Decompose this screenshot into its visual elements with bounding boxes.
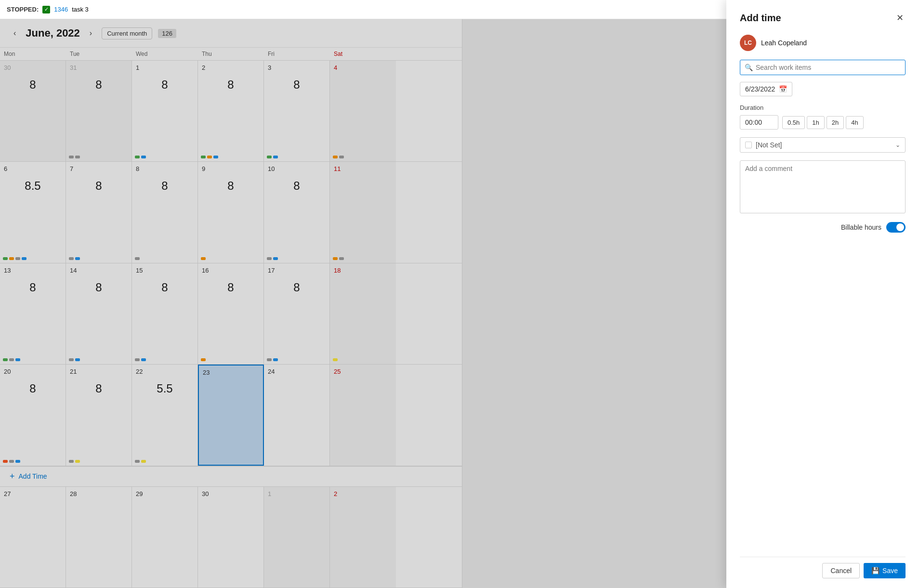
modal-panel: Add time ✕ LC Leah Copeland 🔍 6/23/2022 …	[726, 0, 919, 588]
quick-btn-0-5h[interactable]: 0.5h	[782, 116, 805, 129]
search-wrapper: 🔍	[740, 60, 906, 75]
status-label: STOPPED:	[7, 6, 39, 13]
not-set-checkbox	[745, 142, 752, 148]
user-row: LC Leah Copeland	[740, 35, 906, 51]
date-value: 6/23/2022	[745, 85, 775, 93]
cancel-button[interactable]: Cancel	[822, 563, 860, 578]
duration-row: 0.5h 1h 2h 4h	[740, 115, 906, 130]
search-icon: 🔍	[745, 64, 753, 71]
avatar: LC	[740, 35, 756, 51]
billable-toggle[interactable]	[886, 222, 906, 233]
task-label: task 3	[72, 6, 89, 13]
quick-btn-1h[interactable]: 1h	[807, 116, 824, 129]
date-input[interactable]: 6/23/2022 📅	[740, 82, 792, 96]
modal-title: Add time	[740, 13, 781, 24]
chevron-down-icon: ⌄	[895, 142, 900, 148]
billable-label: Billable hours	[841, 223, 881, 231]
save-button[interactable]: 💾 Save	[864, 563, 906, 578]
modal-footer: Cancel 💾 Save	[740, 557, 906, 578]
user-name-label: Leah Copeland	[761, 39, 807, 47]
comment-textarea[interactable]	[740, 160, 906, 213]
not-set-dropdown[interactable]: [Not Set] ⌄	[740, 137, 906, 153]
duration-input[interactable]	[740, 115, 778, 130]
duration-label: Duration	[740, 104, 906, 111]
close-button[interactable]: ✕	[894, 12, 906, 24]
save-icon: 💾	[871, 567, 880, 575]
save-label: Save	[882, 567, 898, 575]
calendar-icon: 📅	[779, 85, 787, 93]
billable-row: Billable hours	[740, 222, 906, 233]
search-input[interactable]	[740, 60, 906, 75]
quick-btn-2h[interactable]: 2h	[827, 116, 844, 129]
modal-header: Add time ✕	[740, 12, 906, 24]
date-input-wrap: 6/23/2022 📅	[740, 82, 906, 96]
quick-btn-4h[interactable]: 4h	[846, 116, 863, 129]
task-id-link[interactable]: 1346	[54, 6, 68, 13]
duration-quick-btns: 0.5h 1h 2h 4h	[782, 116, 864, 129]
not-set-label: [Not Set]	[756, 141, 892, 149]
stop-icon: ✓	[42, 6, 50, 13]
